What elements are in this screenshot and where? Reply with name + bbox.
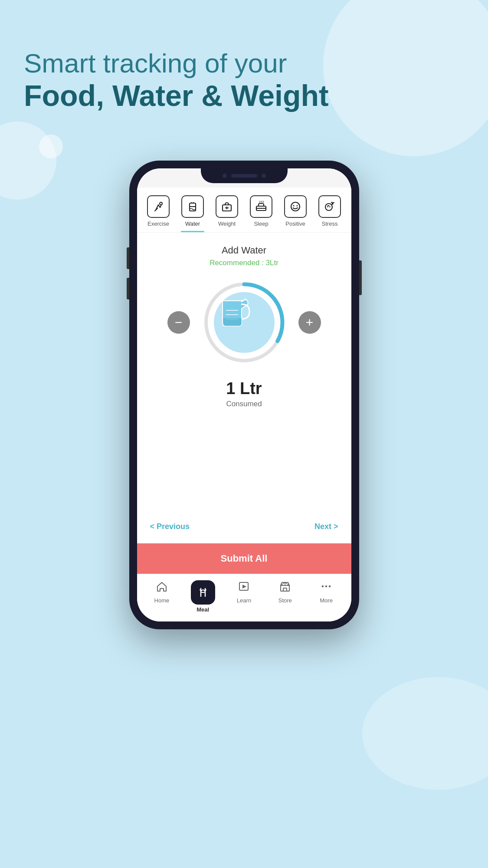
phone-vol-up-button	[127, 247, 129, 269]
notch-dot-left	[223, 174, 227, 178]
recommended-text: Recommended : 3Ltr	[210, 259, 278, 267]
header: Smart tracking of your Food, Water & Wei…	[24, 48, 464, 112]
consumed-label: Consumed	[226, 400, 262, 408]
nav-store[interactable]: Store	[270, 580, 300, 613]
notch-speaker	[231, 174, 257, 178]
pitcher-icon-wrap	[214, 292, 275, 353]
pitcher-ring-container	[203, 281, 285, 364]
svg-point-0	[160, 202, 162, 205]
svg-point-15	[329, 206, 330, 207]
pitcher-svg	[214, 292, 253, 331]
svg-point-11	[293, 205, 295, 207]
phone-notch	[201, 168, 288, 183]
positive-label: Positive	[285, 220, 305, 227]
phone-screen: Exercise Water	[137, 168, 351, 621]
water-label: Water	[185, 220, 200, 227]
next-button[interactable]: Next >	[314, 522, 338, 531]
tab-positive[interactable]: Positive	[281, 195, 310, 232]
tab-stress[interactable]: Stress	[315, 195, 344, 232]
notch-dot-right	[262, 174, 266, 178]
phone-outer: Exercise Water	[129, 161, 359, 629]
svg-point-12	[297, 205, 298, 207]
previous-button[interactable]: < Previous	[150, 522, 190, 531]
bg-circle-small	[39, 135, 63, 158]
weight-label: Weight	[218, 220, 236, 227]
header-line2: Food, Water & Weight	[24, 79, 464, 112]
phone-container: Exercise Water	[129, 161, 359, 629]
water-amount: 1 Ltr	[226, 379, 262, 398]
bottom-nav: Home Meal	[137, 574, 351, 621]
increase-button[interactable]: +	[298, 311, 321, 334]
decrease-button[interactable]: −	[167, 311, 190, 334]
nav-arrows: < Previous Next >	[150, 513, 338, 535]
exercise-label: Exercise	[147, 220, 169, 227]
sleep-label: Sleep	[254, 220, 268, 227]
home-label: Home	[154, 597, 170, 604]
nav-home[interactable]: Home	[147, 580, 177, 613]
store-label: Store	[278, 597, 292, 604]
nav-learn[interactable]: Learn	[229, 580, 259, 613]
home-icon	[156, 580, 168, 595]
svg-marker-22	[242, 585, 246, 589]
store-icon	[279, 580, 291, 595]
bg-wave	[362, 677, 488, 790]
stress-label: Stress	[322, 220, 338, 227]
bg-circle-medium	[0, 122, 56, 200]
meal-icon	[191, 580, 215, 605]
svg-point-27	[322, 585, 324, 587]
screen-content: Exercise Water	[137, 168, 351, 621]
tab-water[interactable]: Water	[178, 195, 207, 232]
tracking-area: Add Water Recommended : 3Ltr −	[137, 233, 351, 543]
water-icon-box	[181, 195, 204, 218]
more-icon	[320, 580, 332, 595]
phone-power-button	[359, 260, 362, 295]
tab-exercise[interactable]: Exercise	[144, 195, 173, 232]
svg-point-10	[291, 202, 300, 211]
sleep-icon-box: zzz	[250, 195, 272, 218]
category-tabs: Exercise Water	[137, 187, 351, 233]
meal-label: Meal	[197, 606, 209, 613]
tab-weight[interactable]: Weight	[212, 195, 242, 232]
learn-label: Learn	[237, 597, 251, 604]
nav-more[interactable]: More	[311, 580, 341, 613]
nav-meal[interactable]: Meal	[188, 580, 218, 613]
phone-vol-down-button	[127, 278, 129, 299]
svg-rect-26	[283, 588, 287, 591]
header-line1: Smart tracking of your	[24, 48, 464, 79]
tab-sleep[interactable]: zzz Sleep	[246, 195, 276, 232]
add-water-title: Add Water	[222, 245, 266, 256]
learn-icon	[238, 580, 250, 595]
svg-point-29	[329, 585, 331, 587]
stress-icon-box	[318, 195, 341, 218]
svg-text:zzz: zzz	[259, 201, 264, 204]
more-label: More	[320, 597, 333, 604]
weight-icon-box	[216, 195, 238, 218]
svg-point-28	[325, 585, 327, 587]
water-control-row: −	[167, 281, 321, 364]
svg-point-14	[327, 206, 328, 207]
positive-icon-box	[284, 195, 307, 218]
submit-all-button[interactable]: Submit All	[137, 543, 351, 574]
exercise-icon-box	[147, 195, 170, 218]
svg-point-13	[325, 204, 332, 210]
